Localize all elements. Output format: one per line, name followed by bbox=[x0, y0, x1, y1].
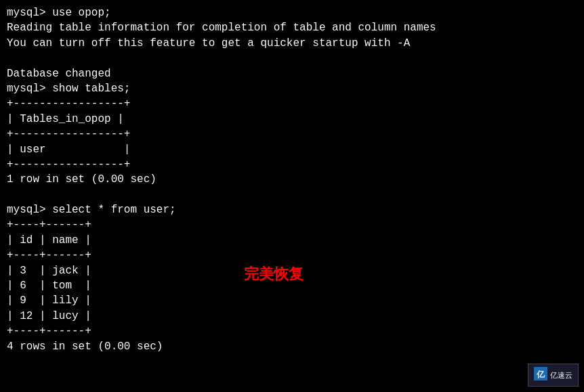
terminal-line-8: | Tables_in_opop | bbox=[7, 113, 124, 125]
watermark-badge: 亿 亿速云 bbox=[528, 364, 579, 387]
terminal-line-16: | id | name | bbox=[7, 234, 91, 246]
watermark-text: 亿速云 bbox=[550, 370, 572, 380]
terminal-line-22: +----+------+ bbox=[7, 325, 91, 337]
terminal-line-14: mysql> select * from user; bbox=[7, 204, 176, 216]
terminal-line-1: mysql> use opop; bbox=[7, 7, 111, 19]
terminal-line-2: Reading table information for completion… bbox=[7, 22, 436, 34]
terminal-line-19: | 6 | tom | bbox=[7, 280, 91, 292]
logo-icon: 亿 bbox=[534, 367, 547, 380]
terminal-line-10: | user | bbox=[7, 144, 130, 156]
terminal-line-18: | 3 | jack | bbox=[7, 265, 91, 277]
terminal-line-9: +-----------------+ bbox=[7, 128, 130, 140]
terminal-line-6: mysql> show tables; bbox=[7, 83, 130, 95]
terminal-line-3: You can turn off this feature to get a q… bbox=[7, 37, 410, 49]
terminal-line-21: | 12 | lucy | bbox=[7, 310, 91, 322]
terminal-line-7: +-----------------+ bbox=[7, 97, 130, 110]
terminal-line-11: +-----------------+ bbox=[7, 158, 130, 171]
terminal-line-15: +----+------+ bbox=[7, 219, 91, 231]
overlay-label: 完美恢复 bbox=[244, 264, 304, 284]
terminal-line-20: | 9 | lily | bbox=[7, 295, 91, 307]
watermark-logo: 亿 bbox=[534, 367, 547, 383]
terminal-line-5: Database changed bbox=[7, 68, 111, 80]
terminal-line-17: +----+------+ bbox=[7, 249, 91, 261]
terminal-window: mysql> use opop; Reading table informati… bbox=[0, 0, 584, 392]
svg-text:亿: 亿 bbox=[536, 370, 545, 379]
terminal-line-23: 4 rows in set (0.00 sec) bbox=[7, 341, 163, 353]
terminal-line-12: 1 row in set (0.00 sec) bbox=[7, 173, 157, 186]
